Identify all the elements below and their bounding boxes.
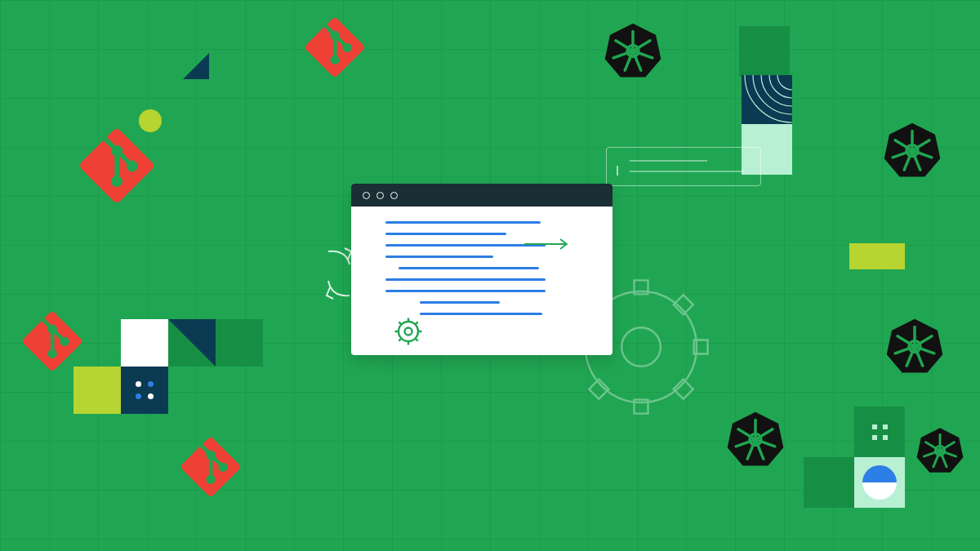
triangle-icon: [183, 53, 209, 79]
git-icon: [80, 129, 154, 202]
square-decoration: [804, 457, 854, 508]
traffic-light-icon: [376, 192, 384, 199]
browser-window: [351, 184, 612, 355]
svg-point-53: [745, 75, 792, 122]
arrow-right-icon: [523, 238, 572, 251]
tooltip-box: [606, 147, 761, 186]
svg-point-3: [621, 327, 661, 367]
git-icon: [23, 312, 82, 371]
kubernetes-icon: [727, 410, 784, 467]
traffic-light-icon: [363, 192, 370, 199]
dot-icon: [139, 109, 162, 132]
square-decoration: [168, 319, 216, 367]
dots-pattern-icon: [121, 367, 168, 414]
dots-pattern-icon: [854, 407, 905, 457]
kubernetes-icon: [886, 317, 943, 374]
traffic-light-icon: [390, 192, 398, 199]
square-decoration: [216, 319, 263, 367]
git-icon: [181, 438, 240, 496]
kubernetes-icon: [604, 21, 662, 78]
window-titlebar: [351, 184, 612, 207]
rectangle-decoration: [849, 243, 905, 269]
square-decoration: [121, 319, 168, 367]
kubernetes-icon: [916, 426, 964, 473]
svg-point-49: [777, 75, 792, 90]
wave-pattern-icon: [742, 75, 792, 126]
svg-point-50: [769, 75, 792, 98]
half-circle-icon: [854, 457, 905, 508]
git-icon: [305, 18, 364, 77]
svg-point-51: [761, 75, 792, 106]
svg-point-1: [399, 322, 418, 341]
square-decoration: [739, 26, 790, 77]
code-lines: [351, 207, 612, 332]
gear-icon: [394, 317, 423, 346]
svg-point-0: [405, 328, 412, 335]
kubernetes-icon: [884, 121, 941, 178]
square-decoration: [74, 367, 121, 414]
